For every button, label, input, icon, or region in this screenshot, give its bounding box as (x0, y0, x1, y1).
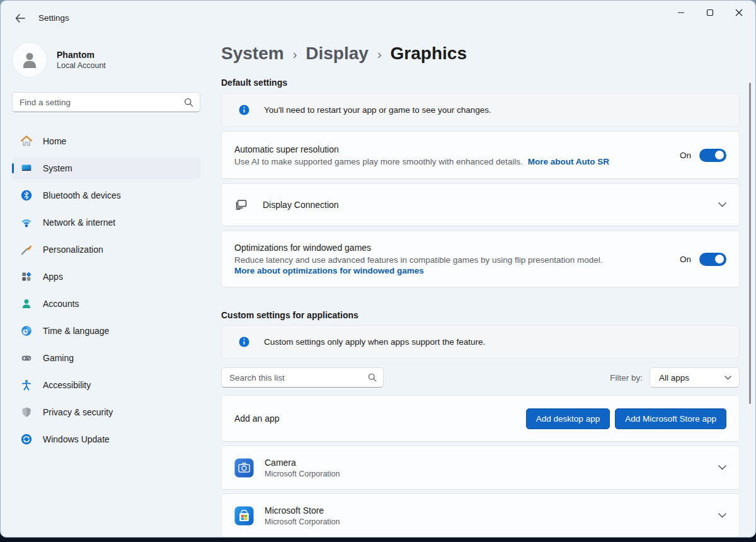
sidebar-item-label: Time & language (43, 326, 109, 336)
sidebar-item-label: Accounts (43, 299, 79, 309)
display-connection-card[interactable]: Display Connection (221, 183, 740, 226)
sidebar-item-label: Gaming (43, 353, 74, 363)
user-name: Phantom (57, 50, 106, 60)
auto-sr-description: Use AI to make supported games play more… (234, 157, 523, 166)
breadcrumb-separator: › (377, 45, 382, 62)
minimize-icon (677, 9, 685, 16)
network-icon (20, 216, 33, 229)
sidebar-item-label: Windows Update (43, 434, 110, 444)
sidebar-item-apps[interactable]: Apps (12, 265, 200, 288)
breadcrumb-graphics: Graphics (391, 43, 467, 64)
app-name: Microsoft Store (265, 505, 708, 516)
apps-icon (20, 270, 33, 283)
back-arrow-icon (15, 14, 25, 23)
custom-settings-heading: Custom settings for applications (221, 310, 740, 320)
filter-group: Filter by: All apps (610, 367, 740, 388)
sidebar-item-label: Home (43, 136, 66, 146)
add-desktop-app-button[interactable]: Add desktop app (526, 408, 610, 429)
custom-settings-info-banner: Custom settings only apply when apps sup… (221, 325, 740, 359)
sidebar-item-windows-update[interactable]: Windows Update (12, 428, 200, 451)
app-name: Camera (265, 458, 708, 468)
minimize-button[interactable] (667, 1, 696, 25)
close-button[interactable] (724, 1, 753, 25)
chevron-down-icon (724, 376, 731, 380)
windowed-games-title: Optimizations for windowed games (234, 243, 667, 253)
auto-sr-title: Automatic super resolution (234, 144, 667, 154)
sidebar-item-network-internet[interactable]: Network & internet (12, 211, 200, 234)
gaming-icon (20, 352, 33, 364)
avatar (12, 42, 47, 78)
display-connection-title: Display Connection (263, 200, 339, 210)
app-row-camera[interactable]: Camera Microsoft Corporation (221, 446, 740, 490)
titlebar: Settings (1, 1, 755, 36)
add-microsoft-store-app-button[interactable]: Add Microsoft Store app (615, 408, 726, 429)
personalization-icon (20, 243, 33, 256)
app-publisher: Microsoft Corporation (265, 470, 708, 478)
restart-info-banner: You'll need to restart your app or game … (221, 93, 740, 127)
windowed-games-card: Optimizations for windowed games Reduce … (221, 231, 740, 287)
time-language-icon (20, 325, 33, 337)
user-account[interactable]: Phantom Local Account (12, 42, 200, 78)
sidebar-item-label: Personalization (43, 245, 103, 255)
sidebar-item-gaming[interactable]: Gaming (12, 347, 200, 369)
auto-sr-more-link[interactable]: More about Auto SR (528, 157, 609, 166)
user-account-type: Local Account (57, 61, 106, 70)
find-setting-searchbox[interactable] (12, 92, 200, 112)
custom-settings-info-text: Custom settings only apply when apps sup… (264, 337, 485, 347)
chevron-down-icon[interactable] (718, 465, 726, 470)
sidebar-item-home[interactable]: Home (12, 130, 200, 153)
main-content: System › Display › Graphics Default sett… (212, 36, 755, 537)
search-icon (184, 98, 193, 107)
chevron-down-icon[interactable] (718, 513, 726, 518)
sidebar-item-label: Network & internet (43, 217, 115, 228)
sidebar-item-label: Apps (43, 272, 63, 282)
sidebar-item-privacy-security[interactable]: Privacy & security (12, 401, 200, 424)
chevron-down-icon[interactable] (718, 202, 726, 207)
sidebar-item-accessibility[interactable]: Accessibility (12, 374, 200, 396)
app-publisher: Microsoft Corporation (265, 517, 708, 526)
maximize-icon (706, 9, 714, 16)
sidebar-item-accounts[interactable]: Accounts (12, 292, 200, 315)
maximize-button[interactable] (696, 1, 724, 25)
windowed-games-state-label: On (680, 255, 691, 264)
sidebar-item-system[interactable]: System (12, 157, 200, 180)
sidebar-item-bluetooth-devices[interactable]: Bluetooth & devices (12, 184, 200, 207)
list-controls-row: Filter by: All apps (221, 367, 740, 388)
breadcrumb: System › Display › Graphics (221, 41, 740, 66)
auto-sr-toggle[interactable] (699, 149, 726, 162)
close-icon (735, 9, 743, 16)
info-icon (239, 105, 249, 115)
breadcrumb-display[interactable]: Display (306, 43, 369, 64)
filter-dropdown-value: All apps (659, 373, 724, 383)
filter-by-label: Filter by: (610, 373, 643, 383)
scrollbar[interactable] (749, 83, 751, 404)
bluetooth-icon (20, 189, 33, 202)
auto-sr-card: Automatic super resolution Use AI to mak… (221, 131, 740, 179)
search-list-box[interactable] (221, 367, 384, 388)
auto-sr-state-label: On (680, 151, 691, 160)
windowed-games-more-link[interactable]: More about optimizations for windowed ga… (234, 266, 424, 275)
back-button[interactable] (11, 10, 30, 26)
filter-dropdown[interactable]: All apps (650, 367, 740, 388)
search-input[interactable] (20, 98, 184, 107)
windowed-games-description: Reduce latency and use advanced features… (234, 255, 667, 265)
breadcrumb-system[interactable]: System (221, 43, 284, 64)
windowed-games-toggle-group: On (680, 253, 726, 266)
toggle-knob (715, 255, 724, 263)
search-list-input[interactable] (229, 373, 368, 383)
sidebar-item-time-language[interactable]: Time & language (12, 320, 200, 342)
sidebar-nav: Home System Bluetooth & devices Network … (12, 130, 200, 451)
accessibility-icon (20, 379, 33, 391)
sidebar: Phantom Local Account Home System Blueto… (1, 36, 212, 537)
auto-sr-toggle-group: On (680, 149, 726, 162)
app-row-microsoft-store[interactable]: Microsoft Store Microsoft Corporation (221, 493, 740, 537)
user-icon (19, 49, 40, 71)
sidebar-item-label: System (43, 163, 72, 173)
system-icon (20, 162, 33, 175)
sidebar-item-personalization[interactable]: Personalization (12, 238, 200, 261)
camera-app-icon (234, 458, 254, 478)
display-connection-icon (234, 199, 249, 211)
app-title: Settings (38, 13, 69, 23)
sidebar-item-label: Privacy & security (43, 407, 113, 417)
windowed-games-toggle[interactable] (699, 253, 726, 266)
